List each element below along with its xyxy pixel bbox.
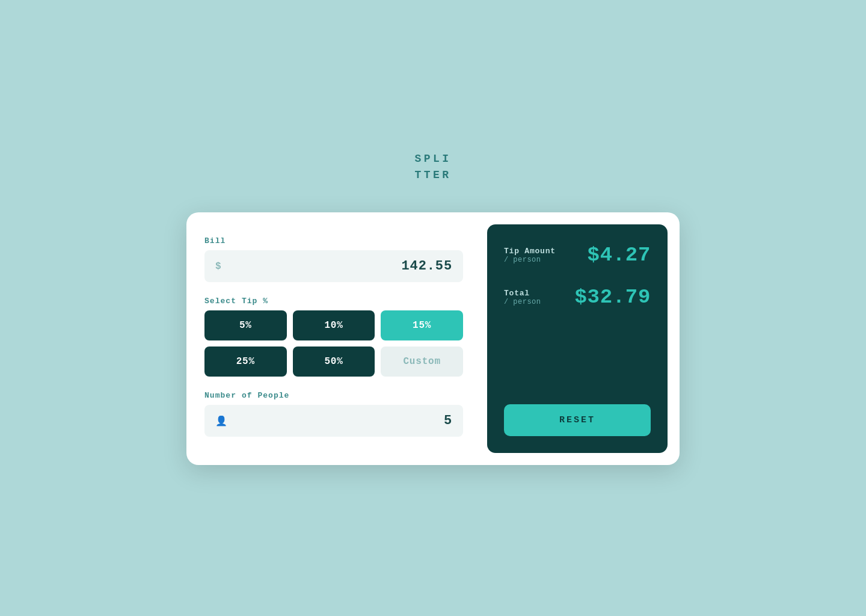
tip-btn-15[interactable]: 15% (381, 310, 463, 340)
right-panel: Tip Amount / person $4.27 Total / person… (487, 224, 668, 453)
tip-amount-label-group: Tip Amount / person (504, 247, 556, 264)
app-title-line1: SPLI (414, 151, 451, 167)
tip-btn-5[interactable]: 5% (204, 310, 287, 340)
tip-label: Select Tip % (204, 297, 463, 306)
people-input[interactable] (235, 413, 452, 428)
people-label: Number of People (204, 391, 463, 400)
bill-label: Bill (204, 236, 463, 245)
result-section: Tip Amount / person $4.27 Total / person… (504, 244, 651, 309)
tip-section: Select Tip % 5% 10% 15% 25% 50% Custom (204, 297, 463, 377)
tip-amount-row: Tip Amount / person $4.27 (504, 244, 651, 266)
bill-section: Bill $ (204, 236, 463, 282)
tip-amount-main-label: Tip Amount (504, 247, 556, 256)
total-row: Total / person $32.79 (504, 286, 651, 309)
tip-btn-10[interactable]: 10% (293, 310, 375, 340)
dollar-icon: $ (215, 261, 221, 272)
total-sub-label: / person (504, 298, 541, 306)
total-label-group: Total / person (504, 289, 541, 306)
total-main-label: Total (504, 289, 541, 298)
tip-buttons-grid: 5% 10% 15% 25% 50% Custom (204, 310, 463, 377)
person-icon: 👤 (215, 415, 227, 427)
people-section: Number of People 👤 (204, 391, 463, 437)
tip-amount-sub-label: / person (504, 256, 556, 264)
main-card: Bill $ Select Tip % 5% 10% 15% 25% 50% C… (186, 212, 680, 465)
tip-btn-25[interactable]: 25% (204, 346, 287, 377)
bill-input-wrap: $ (204, 250, 463, 282)
tip-btn-50[interactable]: 50% (293, 346, 375, 377)
tip-amount-value: $4.27 (588, 244, 651, 266)
total-value: $32.79 (575, 286, 651, 309)
app-title-line2: TTER (414, 167, 451, 183)
app-title: SPLI TTER (414, 151, 451, 183)
people-input-wrap: 👤 (204, 405, 463, 437)
bill-input[interactable] (229, 259, 452, 274)
left-panel: Bill $ Select Tip % 5% 10% 15% 25% 50% C… (198, 224, 475, 453)
reset-button[interactable]: RESET (504, 404, 651, 436)
tip-btn-custom[interactable]: Custom (381, 346, 463, 377)
